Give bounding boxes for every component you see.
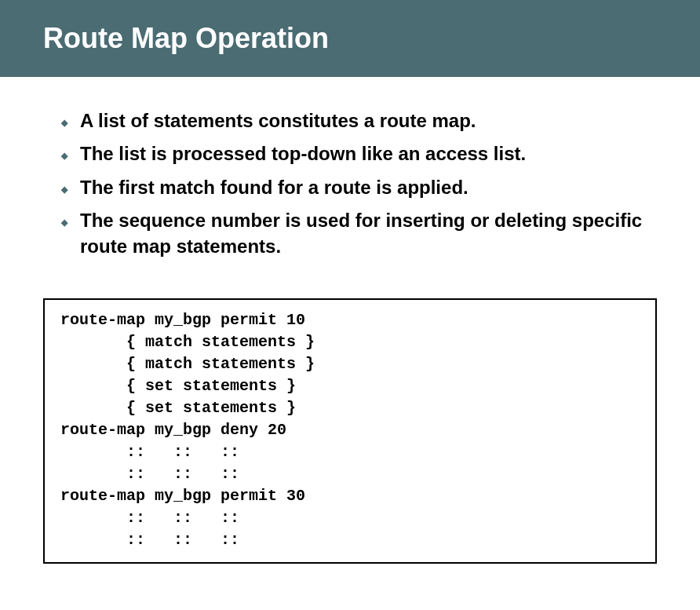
bullet-text: A list of statements constitutes a route… xyxy=(80,108,669,133)
bullet-text: The list is processed top-down like an a… xyxy=(80,141,669,166)
code-line: { match statements } xyxy=(60,355,315,373)
code-block: route-map my_bgp permit 10 { match state… xyxy=(43,298,657,564)
bullet-text: The sequence number is used for insertin… xyxy=(80,208,669,259)
slide-header: Route Map Operation xyxy=(0,0,700,77)
code-line: :: :: :: xyxy=(60,531,239,549)
code-line: :: :: :: xyxy=(60,509,239,527)
code-line: :: :: :: xyxy=(60,465,239,483)
code-line: :: :: :: xyxy=(60,443,239,461)
bullet-marker-icon: ◆ xyxy=(61,117,67,129)
code-line: { set statements } xyxy=(60,399,296,417)
bullet-item: ◆ The first match found for a route is a… xyxy=(61,175,669,200)
bullet-marker-icon: ◆ xyxy=(61,150,67,162)
bullet-item: ◆ The list is processed top-down like an… xyxy=(61,141,669,166)
bullet-text: The first match found for a route is app… xyxy=(80,175,669,200)
code-line: { match statements } xyxy=(60,333,315,351)
slide-title: Route Map Operation xyxy=(43,22,700,55)
bullet-item: ◆ A list of statements constitutes a rou… xyxy=(61,108,669,133)
bullet-marker-icon: ◆ xyxy=(61,217,67,228)
code-line: { set statements } xyxy=(60,377,296,395)
code-line: route-map my_bgp deny 20 xyxy=(60,421,286,439)
bullet-item: ◆ The sequence number is used for insert… xyxy=(61,208,669,259)
content-area: ◆ A list of statements constitutes a rou… xyxy=(0,77,700,283)
bullet-marker-icon: ◆ xyxy=(61,184,67,195)
bullet-list: ◆ A list of statements constitutes a rou… xyxy=(61,108,669,259)
code-line: route-map my_bgp permit 30 xyxy=(60,487,305,505)
code-line: route-map my_bgp permit 10 xyxy=(60,311,305,329)
